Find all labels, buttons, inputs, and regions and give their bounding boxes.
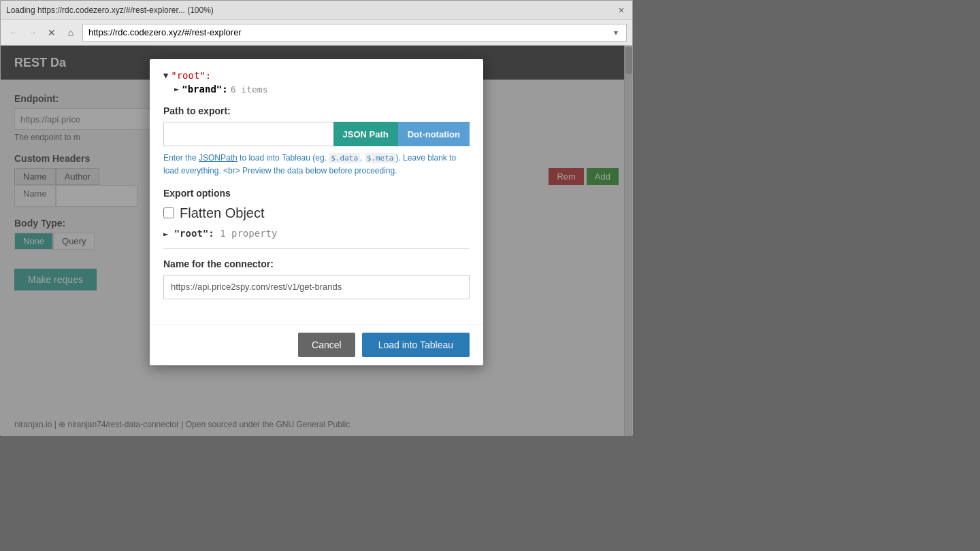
dot-notation-button[interactable]: Dot-notation	[398, 122, 470, 146]
divider	[163, 248, 470, 249]
preview-root-key: "root":	[174, 228, 214, 239]
browser-back-button[interactable]: ←	[6, 25, 21, 40]
address-dropdown-icon[interactable]: ▾	[611, 28, 621, 37]
jsonpath-link[interactable]: JSONPath	[199, 153, 238, 163]
browser-close-button[interactable]: ×	[616, 5, 627, 16]
browser-title-bar: Loading https://rdc.codezero.xyz/#/rest-…	[1, 1, 632, 20]
modal-footer: Cancel Load into Tableau	[150, 324, 483, 365]
browser-forward-button[interactable]: →	[25, 25, 40, 40]
path-input-row: JSON Path Dot-notation	[163, 122, 470, 146]
path-export-label: Path to export:	[163, 105, 470, 116]
brand-row: ► "brand": 6 items	[174, 84, 470, 95]
flatten-object-checkbox[interactable]	[163, 207, 174, 218]
path-export-input[interactable]	[163, 122, 333, 146]
browser-nav-bar: ← → ✕ ⌂ ▾	[1, 20, 632, 46]
root-key: "root":	[171, 70, 211, 81]
preview-root-collapse-icon[interactable]: ►	[163, 229, 168, 239]
json-preview-root-row: ► "root": 1 property	[163, 228, 470, 239]
address-input[interactable]	[88, 27, 611, 37]
json-path-button[interactable]: JSON Path	[333, 122, 398, 146]
json-tree: ▼ "root": ► "brand": 6 items	[163, 70, 470, 95]
modal-body: ▼ "root": ► "brand": 6 items Path to	[150, 59, 483, 324]
flatten-object-row: Flatten Object	[163, 205, 470, 221]
load-into-tableau-button[interactable]: Load into Tableau	[362, 333, 470, 357]
modal-overlay: ▼ "root": ► "brand": 6 items Path to	[1, 46, 632, 436]
preview-root-count: 1 property	[220, 228, 277, 239]
cancel-button[interactable]: Cancel	[298, 333, 355, 357]
tree-root-row: ▼ "root":	[163, 70, 470, 81]
brand-count: 6 items	[231, 84, 268, 95]
connector-name-input[interactable]	[163, 275, 470, 299]
brand-key: "brand":	[182, 84, 227, 95]
tree-brand-row: ► "brand": 6 items	[174, 84, 470, 95]
help-text: Enter the JSONPath to load into Tableau …	[163, 152, 470, 177]
browser-title-text: Loading https://rdc.codezero.xyz/#/rest-…	[6, 5, 616, 15]
connector-name-label: Name for the connector:	[163, 258, 470, 269]
root-collapse-icon[interactable]: ▼	[163, 71, 168, 80]
address-bar: ▾	[82, 24, 627, 41]
browser-home-button[interactable]: ⌂	[63, 25, 78, 40]
brand-collapse-icon[interactable]: ►	[174, 84, 179, 94]
flatten-object-label: Flatten Object	[180, 205, 265, 221]
browser-content: REST Da Endpoint: The endpoint to m Cust…	[1, 46, 632, 436]
export-options-label: Export options	[163, 188, 470, 199]
browser-stop-button[interactable]: ✕	[44, 25, 59, 40]
browser-window: Loading https://rdc.codezero.xyz/#/rest-…	[0, 0, 633, 435]
export-modal: ▼ "root": ► "brand": 6 items Path to	[150, 59, 483, 365]
